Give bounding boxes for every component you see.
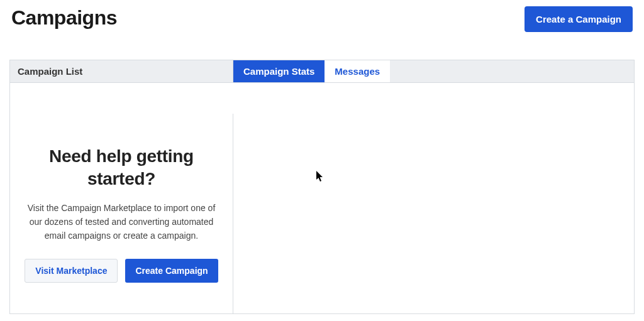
onboard-heading: Need help getting started? [18,145,225,191]
tab-campaign-stats[interactable]: Campaign Stats [233,60,325,82]
main-grid: Campaign List Campaign Stats Messages Ne… [9,60,635,314]
campaign-list-header: Campaign List [10,60,233,83]
onboard-button-row: Visit Marketplace Create Campaign [18,259,225,283]
campaign-list-body: Need help getting started? Visit the Cam… [10,114,233,313]
tab-row: Campaign Stats Messages [233,60,634,82]
page-title: Campaigns [11,6,117,30]
create-campaign-button-top[interactable]: Create a Campaign [525,6,633,32]
tab-header: Campaign Stats Messages [233,60,634,83]
onboard-text: Visit the Campaign Marketplace to import… [18,202,225,242]
create-campaign-button[interactable]: Create Campaign [125,259,218,283]
page-header: Campaigns Create a Campaign [0,0,644,32]
stats-body [233,114,634,313]
tab-messages[interactable]: Messages [325,60,391,82]
visit-marketplace-button[interactable]: Visit Marketplace [25,259,118,283]
